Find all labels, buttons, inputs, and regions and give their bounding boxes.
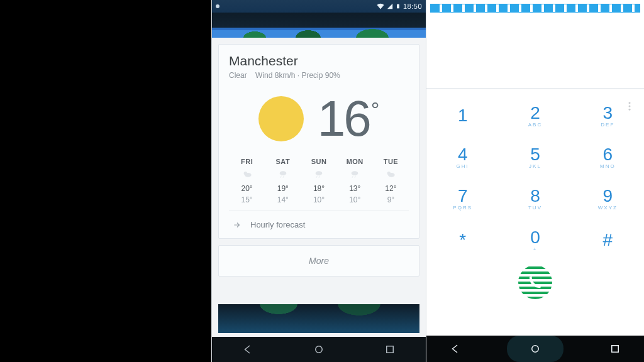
svg-rect-21 — [612, 346, 619, 353]
svg-point-10 — [352, 171, 358, 175]
forecast-low: 9° — [373, 195, 409, 204]
svg-point-18 — [629, 106, 631, 107]
dialpad-key-star[interactable]: * — [426, 219, 499, 260]
dialpad-key-6[interactable]: 6MNO — [572, 136, 644, 177]
weather-condition: Clear — [229, 71, 247, 80]
key-letters: WXYZ — [598, 205, 618, 211]
nav-back-icon[interactable] — [450, 343, 461, 354]
forecast-day-label: SAT — [265, 158, 301, 165]
nav-home-highlight[interactable] — [507, 336, 564, 362]
forecast-day-label: MON — [337, 158, 373, 165]
forecast-day: TUE 12° 9° — [373, 158, 409, 204]
sun-icon — [258, 96, 304, 141]
svg-line-9 — [319, 176, 319, 178]
key-digit: 8 — [530, 186, 540, 206]
forecast-high: 20° — [229, 184, 265, 193]
key-digit: 1 — [458, 106, 468, 126]
nav-bar — [426, 336, 644, 362]
phone-dialer: 1 2ABC 3DEF 4GHI 5JKL 6MNO 7PQRS 8TUV 9W… — [426, 0, 644, 362]
nav-back-icon[interactable] — [242, 344, 253, 355]
hourly-forecast-label: Hourly forecast — [250, 220, 305, 229]
dialpad-key-2[interactable]: 2ABC — [499, 94, 571, 136]
dialpad-key-0[interactable]: 0+ — [499, 219, 571, 260]
current-temp: 16 — [318, 94, 370, 144]
forecast-low: 15° — [229, 195, 265, 204]
svg-point-15 — [316, 346, 323, 353]
forecast-day-label: FRI — [229, 158, 265, 165]
dialpad-key-8[interactable]: 8TUV — [499, 177, 571, 219]
key-letters: DEF — [601, 122, 614, 128]
key-letters: ABC — [528, 122, 542, 128]
degree-symbol: ° — [371, 97, 380, 122]
dialer-number-field[interactable] — [426, 43, 644, 89]
forecast-day-label: SUN — [301, 158, 336, 165]
svg-rect-16 — [387, 346, 394, 353]
battery-icon — [396, 3, 401, 10]
key-digit: * — [459, 230, 466, 250]
key-digit: 5 — [530, 145, 540, 165]
partly-cloudy-icon — [373, 169, 409, 179]
more-label: More — [309, 256, 329, 266]
wifi-icon — [377, 3, 384, 10]
dialpad-key-hash[interactable]: # — [572, 219, 644, 260]
more-vert-icon[interactable] — [624, 101, 635, 112]
weather-card[interactable]: Manchester Clear Wind 8km/hPrecip 90% 16… — [218, 44, 419, 239]
weather-hero-image — [212, 13, 426, 38]
key-letters: PQRS — [453, 205, 472, 211]
svg-point-4 — [279, 171, 286, 175]
forecast-day: FRI 20° 15° — [229, 158, 265, 204]
key-letters: TUV — [528, 205, 542, 211]
hourly-forecast-button[interactable]: Hourly forecast — [229, 211, 409, 238]
forecast-row: FRI 20° 15° SAT 19° 14° SUN 18° 10° — [229, 158, 409, 211]
nav-recent-icon[interactable] — [384, 344, 396, 355]
nav-home-icon[interactable] — [313, 344, 325, 355]
weather-precip: Precip 90% — [295, 71, 340, 80]
weather-subtitle: Clear Wind 8km/hPrecip 90% — [229, 71, 409, 80]
forecast-high: 12° — [373, 184, 409, 193]
nav-recent-icon[interactable] — [609, 343, 621, 354]
bottom-hero-image — [218, 304, 419, 333]
key-letters: MNO — [600, 163, 616, 169]
svg-rect-0 — [397, 4, 399, 8]
forecast-high: 19° — [265, 184, 301, 193]
key-letters: + — [533, 246, 538, 252]
forecast-day-label: TUE — [373, 158, 409, 165]
call-button[interactable] — [518, 265, 552, 299]
svg-rect-1 — [397, 4, 398, 4]
card-scroll-area[interactable]: Manchester Clear Wind 8km/hPrecip 90% 16… — [212, 38, 426, 337]
more-card[interactable]: More — [218, 245, 419, 277]
current-weather: 16 ° — [229, 91, 409, 158]
forecast-day: SUN 18° 10° — [301, 158, 336, 204]
key-digit: 0 — [530, 228, 540, 248]
key-digit: 2 — [530, 103, 540, 123]
rain-icon — [265, 169, 301, 179]
key-digit: 4 — [458, 145, 468, 165]
signal-icon — [387, 3, 393, 10]
svg-line-6 — [283, 176, 284, 178]
phone-weather: 18:50 Manchester Clear Wind 8km/hPrecip … — [211, 0, 426, 362]
status-time: 18:50 — [403, 3, 422, 10]
key-letters: GHI — [457, 163, 469, 169]
rain-icon — [301, 169, 336, 179]
key-digit: 7 — [458, 186, 468, 206]
key-letters: JKL — [529, 163, 541, 169]
forecast-day: MON 13° 10° — [337, 158, 373, 204]
nav-bar — [212, 337, 426, 362]
dialpad-key-4[interactable]: 4GHI — [426, 136, 499, 177]
dialer-top-bar — [430, 4, 640, 13]
svg-line-12 — [355, 176, 355, 178]
svg-line-8 — [316, 176, 317, 178]
dialpad-key-1[interactable]: 1 — [426, 94, 499, 136]
forecast-low: 10° — [301, 195, 336, 204]
svg-point-7 — [316, 171, 323, 175]
key-digit: 3 — [603, 103, 613, 123]
dialpad-key-5[interactable]: 5JKL — [499, 136, 571, 177]
dialpad-key-9[interactable]: 9WXYZ — [572, 177, 644, 219]
phone-icon — [528, 275, 542, 289]
svg-point-17 — [629, 102, 631, 104]
key-digit: 6 — [603, 145, 613, 165]
svg-point-14 — [388, 173, 395, 177]
partly-cloudy-icon — [229, 169, 265, 179]
dialpad-key-7[interactable]: 7PQRS — [426, 177, 499, 219]
svg-line-11 — [352, 176, 353, 178]
